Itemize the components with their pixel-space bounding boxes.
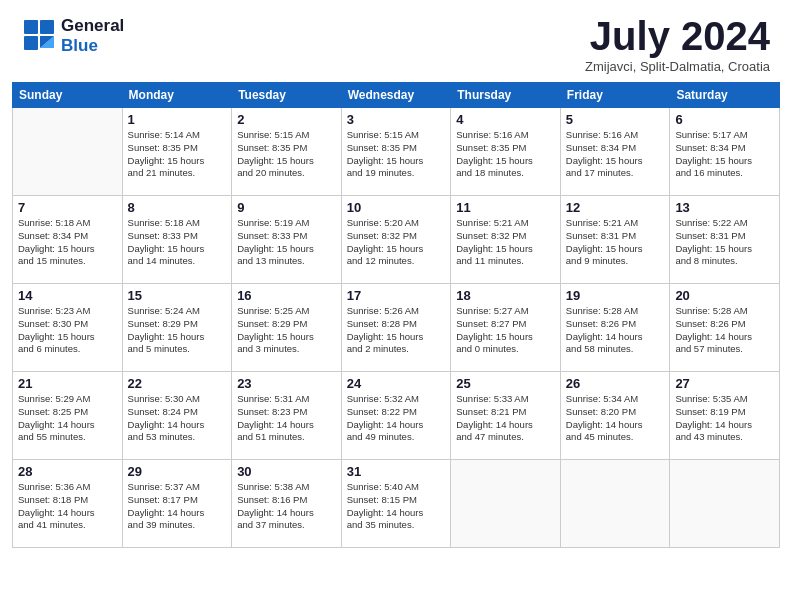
calendar-week-row: 7Sunrise: 5:18 AM Sunset: 8:34 PM Daylig…: [13, 196, 780, 284]
col-thursday: Thursday: [451, 83, 561, 108]
day-number: 2: [237, 112, 336, 127]
table-row: 6Sunrise: 5:17 AM Sunset: 8:34 PM Daylig…: [670, 108, 780, 196]
day-number: 5: [566, 112, 665, 127]
calendar-wrapper: Sunday Monday Tuesday Wednesday Thursday…: [0, 82, 792, 556]
day-info: Sunrise: 5:20 AM Sunset: 8:32 PM Dayligh…: [347, 217, 446, 268]
table-row: 13Sunrise: 5:22 AM Sunset: 8:31 PM Dayli…: [670, 196, 780, 284]
day-number: 27: [675, 376, 774, 391]
logo-text: General Blue: [61, 16, 124, 55]
col-wednesday: Wednesday: [341, 83, 451, 108]
table-row: 14Sunrise: 5:23 AM Sunset: 8:30 PM Dayli…: [13, 284, 123, 372]
day-number: 7: [18, 200, 117, 215]
logo-icon: [22, 18, 58, 54]
day-info: Sunrise: 5:18 AM Sunset: 8:34 PM Dayligh…: [18, 217, 117, 268]
table-row: 22Sunrise: 5:30 AM Sunset: 8:24 PM Dayli…: [122, 372, 232, 460]
table-row: 8Sunrise: 5:18 AM Sunset: 8:33 PM Daylig…: [122, 196, 232, 284]
table-row: [13, 108, 123, 196]
calendar-table: Sunday Monday Tuesday Wednesday Thursday…: [12, 82, 780, 548]
table-row: 19Sunrise: 5:28 AM Sunset: 8:26 PM Dayli…: [560, 284, 670, 372]
day-number: 31: [347, 464, 446, 479]
header: General Blue July 2024 Zmijavci, Split-D…: [0, 0, 792, 82]
table-row: 5Sunrise: 5:16 AM Sunset: 8:34 PM Daylig…: [560, 108, 670, 196]
table-row: 30Sunrise: 5:38 AM Sunset: 8:16 PM Dayli…: [232, 460, 342, 548]
day-number: 24: [347, 376, 446, 391]
table-row: 21Sunrise: 5:29 AM Sunset: 8:25 PM Dayli…: [13, 372, 123, 460]
day-info: Sunrise: 5:31 AM Sunset: 8:23 PM Dayligh…: [237, 393, 336, 444]
table-row: 29Sunrise: 5:37 AM Sunset: 8:17 PM Dayli…: [122, 460, 232, 548]
table-row: 3Sunrise: 5:15 AM Sunset: 8:35 PM Daylig…: [341, 108, 451, 196]
day-info: Sunrise: 5:30 AM Sunset: 8:24 PM Dayligh…: [128, 393, 227, 444]
day-info: Sunrise: 5:28 AM Sunset: 8:26 PM Dayligh…: [566, 305, 665, 356]
day-info: Sunrise: 5:17 AM Sunset: 8:34 PM Dayligh…: [675, 129, 774, 180]
day-info: Sunrise: 5:16 AM Sunset: 8:35 PM Dayligh…: [456, 129, 555, 180]
col-saturday: Saturday: [670, 83, 780, 108]
title-area: July 2024 Zmijavci, Split-Dalmatia, Croa…: [585, 16, 770, 74]
day-number: 12: [566, 200, 665, 215]
day-info: Sunrise: 5:19 AM Sunset: 8:33 PM Dayligh…: [237, 217, 336, 268]
col-friday: Friday: [560, 83, 670, 108]
calendar-header-row: Sunday Monday Tuesday Wednesday Thursday…: [13, 83, 780, 108]
day-number: 28: [18, 464, 117, 479]
svg-rect-0: [24, 20, 38, 34]
day-number: 13: [675, 200, 774, 215]
day-number: 14: [18, 288, 117, 303]
day-number: 16: [237, 288, 336, 303]
day-number: 19: [566, 288, 665, 303]
day-info: Sunrise: 5:33 AM Sunset: 8:21 PM Dayligh…: [456, 393, 555, 444]
svg-rect-2: [24, 36, 38, 50]
day-info: Sunrise: 5:29 AM Sunset: 8:25 PM Dayligh…: [18, 393, 117, 444]
day-number: 1: [128, 112, 227, 127]
col-tuesday: Tuesday: [232, 83, 342, 108]
day-number: 30: [237, 464, 336, 479]
day-info: Sunrise: 5:22 AM Sunset: 8:31 PM Dayligh…: [675, 217, 774, 268]
day-info: Sunrise: 5:34 AM Sunset: 8:20 PM Dayligh…: [566, 393, 665, 444]
day-number: 10: [347, 200, 446, 215]
month-title: July 2024: [585, 16, 770, 56]
day-info: Sunrise: 5:21 AM Sunset: 8:31 PM Dayligh…: [566, 217, 665, 268]
table-row: 17Sunrise: 5:26 AM Sunset: 8:28 PM Dayli…: [341, 284, 451, 372]
day-number: 21: [18, 376, 117, 391]
table-row: [451, 460, 561, 548]
day-number: 25: [456, 376, 555, 391]
table-row: 12Sunrise: 5:21 AM Sunset: 8:31 PM Dayli…: [560, 196, 670, 284]
calendar-week-row: 14Sunrise: 5:23 AM Sunset: 8:30 PM Dayli…: [13, 284, 780, 372]
day-number: 22: [128, 376, 227, 391]
table-row: [560, 460, 670, 548]
day-info: Sunrise: 5:26 AM Sunset: 8:28 PM Dayligh…: [347, 305, 446, 356]
day-number: 9: [237, 200, 336, 215]
logo: General Blue: [22, 16, 124, 55]
table-row: 26Sunrise: 5:34 AM Sunset: 8:20 PM Dayli…: [560, 372, 670, 460]
day-info: Sunrise: 5:40 AM Sunset: 8:15 PM Dayligh…: [347, 481, 446, 532]
day-info: Sunrise: 5:15 AM Sunset: 8:35 PM Dayligh…: [347, 129, 446, 180]
day-number: 17: [347, 288, 446, 303]
day-number: 8: [128, 200, 227, 215]
day-info: Sunrise: 5:18 AM Sunset: 8:33 PM Dayligh…: [128, 217, 227, 268]
day-number: 4: [456, 112, 555, 127]
day-number: 18: [456, 288, 555, 303]
svg-rect-1: [40, 20, 54, 34]
day-number: 23: [237, 376, 336, 391]
day-number: 6: [675, 112, 774, 127]
calendar-week-row: 21Sunrise: 5:29 AM Sunset: 8:25 PM Dayli…: [13, 372, 780, 460]
day-info: Sunrise: 5:27 AM Sunset: 8:27 PM Dayligh…: [456, 305, 555, 356]
calendar-week-row: 1Sunrise: 5:14 AM Sunset: 8:35 PM Daylig…: [13, 108, 780, 196]
day-info: Sunrise: 5:28 AM Sunset: 8:26 PM Dayligh…: [675, 305, 774, 356]
table-row: 9Sunrise: 5:19 AM Sunset: 8:33 PM Daylig…: [232, 196, 342, 284]
day-info: Sunrise: 5:37 AM Sunset: 8:17 PM Dayligh…: [128, 481, 227, 532]
table-row: 23Sunrise: 5:31 AM Sunset: 8:23 PM Dayli…: [232, 372, 342, 460]
day-info: Sunrise: 5:25 AM Sunset: 8:29 PM Dayligh…: [237, 305, 336, 356]
day-number: 3: [347, 112, 446, 127]
day-number: 15: [128, 288, 227, 303]
table-row: 10Sunrise: 5:20 AM Sunset: 8:32 PM Dayli…: [341, 196, 451, 284]
day-number: 26: [566, 376, 665, 391]
day-number: 11: [456, 200, 555, 215]
day-info: Sunrise: 5:21 AM Sunset: 8:32 PM Dayligh…: [456, 217, 555, 268]
day-info: Sunrise: 5:36 AM Sunset: 8:18 PM Dayligh…: [18, 481, 117, 532]
day-info: Sunrise: 5:32 AM Sunset: 8:22 PM Dayligh…: [347, 393, 446, 444]
table-row: 18Sunrise: 5:27 AM Sunset: 8:27 PM Dayli…: [451, 284, 561, 372]
table-row: 20Sunrise: 5:28 AM Sunset: 8:26 PM Dayli…: [670, 284, 780, 372]
day-info: Sunrise: 5:38 AM Sunset: 8:16 PM Dayligh…: [237, 481, 336, 532]
col-monday: Monday: [122, 83, 232, 108]
table-row: 15Sunrise: 5:24 AM Sunset: 8:29 PM Dayli…: [122, 284, 232, 372]
day-info: Sunrise: 5:23 AM Sunset: 8:30 PM Dayligh…: [18, 305, 117, 356]
